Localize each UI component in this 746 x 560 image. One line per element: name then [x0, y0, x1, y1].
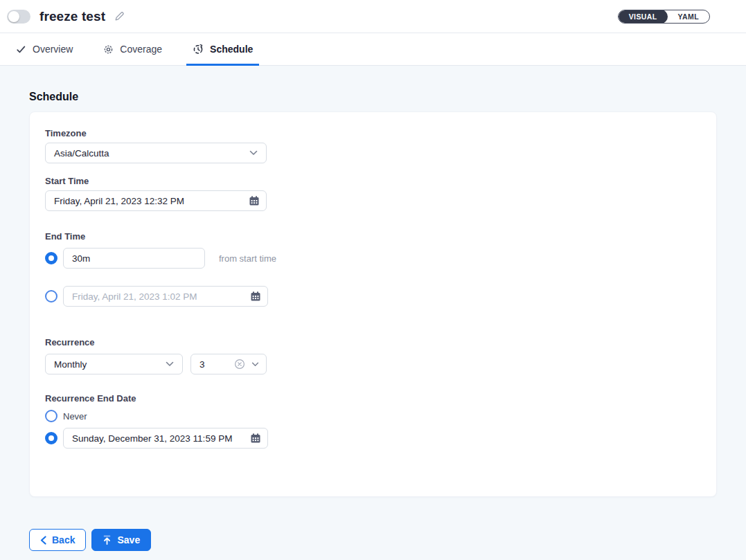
edit-title-icon[interactable] [114, 10, 125, 22]
start-time-field [45, 190, 267, 211]
calendar-icon[interactable] [250, 291, 261, 302]
end-date-radio-selected[interactable] [45, 432, 57, 444]
save-button-label: Save [117, 534, 140, 545]
recurrence-label: Recurrence [45, 337, 701, 347]
freeze-editor-page: freeze test VISUAL YAML Overview Coverag… [0, 0, 746, 560]
top-bar: freeze test VISUAL YAML [0, 0, 746, 33]
recurrence-frequency-select[interactable]: Monthly [45, 354, 183, 374]
tab-label: Coverage [120, 44, 162, 55]
gear-icon [103, 44, 114, 55]
tab-coverage[interactable]: Coverage [97, 33, 168, 65]
footer-actions: Back Save [29, 529, 717, 551]
start-time-input[interactable] [45, 190, 267, 211]
tab-label: Overview [33, 44, 73, 55]
timezone-select[interactable]: Asia/Calcutta [45, 143, 267, 163]
calendar-icon[interactable] [250, 433, 261, 444]
duration-radio-selected[interactable] [45, 252, 57, 264]
timezone-label: Timezone [45, 128, 701, 138]
recurrence-never-option: Never [45, 410, 701, 422]
toggle-knob [8, 11, 19, 22]
recurrence-end-datetime-option [45, 428, 701, 449]
schedule-form-card: Timezone Asia/Calcutta Start Time End Ti [29, 111, 717, 497]
end-time-duration-option: from start time [45, 248, 701, 269]
end-time-field [63, 286, 268, 307]
back-button[interactable]: Back [29, 529, 86, 551]
duration-hint: from start time [219, 253, 276, 264]
datetime-radio-unselected[interactable] [45, 290, 57, 302]
view-mode-switch: VISUAL YAML [618, 10, 710, 24]
never-label: Never [63, 411, 87, 422]
timezone-value: Asia/Calcutta [54, 148, 109, 159]
chevron-down-icon [251, 362, 259, 367]
recurrence-count-value: 3 [199, 359, 234, 370]
yaml-mode-button[interactable]: YAML [668, 10, 709, 24]
chevron-down-icon [166, 361, 174, 367]
upload-arrow-icon [103, 535, 112, 545]
tab-overview[interactable]: Overview [10, 33, 79, 65]
schedule-panel: Schedule Timezone Asia/Calcutta Start Ti… [0, 66, 746, 560]
freeze-enabled-toggle[interactable] [7, 10, 30, 24]
save-button[interactable]: Save [91, 529, 151, 551]
clear-circle-x-icon[interactable] [234, 359, 245, 370]
recurrence-end-input[interactable] [63, 428, 268, 449]
never-radio-unselected[interactable] [45, 410, 57, 422]
recurrence-row: Monthly 3 [45, 354, 701, 374]
end-time-datetime-option [45, 286, 701, 307]
check-icon [16, 44, 26, 55]
recurrence-frequency-value: Monthly [54, 359, 87, 370]
end-time-input[interactable] [63, 286, 268, 307]
recurrence-end-date-label: Recurrence End Date [45, 393, 701, 404]
section-heading: Schedule [29, 66, 717, 103]
end-time-label: End Time [45, 231, 701, 242]
back-button-label: Back [52, 534, 75, 545]
visual-mode-button[interactable]: VISUAL [619, 10, 668, 24]
chevron-down-icon [249, 150, 258, 156]
start-time-label: Start Time [45, 176, 701, 186]
chevron-left-icon [40, 536, 46, 545]
tab-label: Schedule [210, 44, 253, 55]
page-title: freeze test [39, 9, 105, 24]
clock-refresh-icon [193, 44, 204, 55]
tab-bar: Overview Coverage Schedule [0, 33, 746, 66]
recurrence-end-field [63, 428, 268, 449]
calendar-icon[interactable] [249, 195, 260, 206]
duration-input[interactable] [63, 248, 205, 269]
tab-schedule[interactable]: Schedule [186, 33, 259, 65]
recurrence-count-select[interactable]: 3 [190, 354, 267, 374]
